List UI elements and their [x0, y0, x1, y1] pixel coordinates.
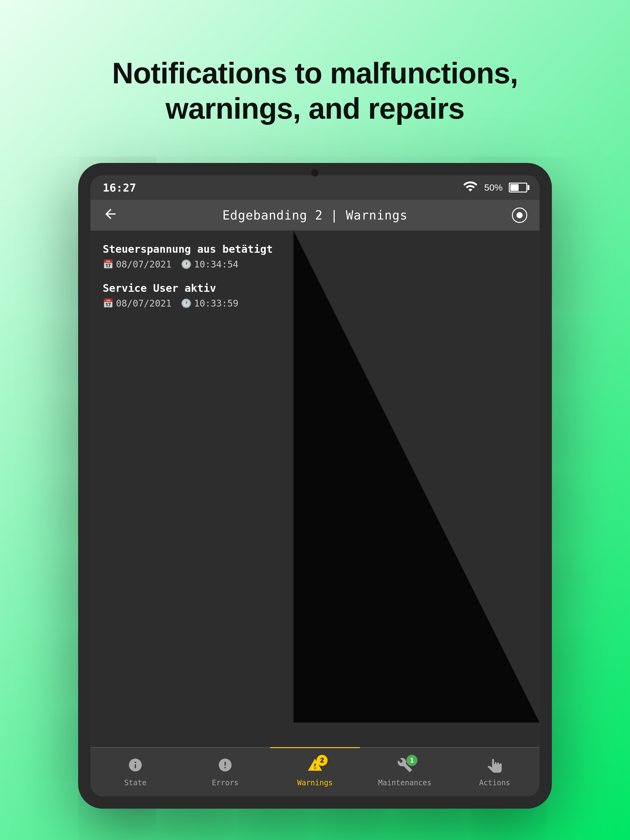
status-time: 16:27 — [103, 182, 136, 194]
calendar-icon-2: 📅 — [103, 298, 114, 308]
status-right-icons: 50% — [463, 178, 527, 196]
wifi-icon — [463, 178, 478, 196]
warning-time-1: 🕐 10:34:54 — [181, 259, 239, 270]
errors-icon — [217, 757, 233, 776]
tab-actions[interactable]: Actions — [450, 747, 540, 796]
clock-icon-1: 🕐 — [181, 259, 192, 269]
app-header: Edgebanding 2 | Warnings — [90, 200, 540, 231]
warning-date-2: 📅 08/07/2021 — [103, 298, 172, 309]
back-button[interactable] — [103, 206, 118, 224]
tab-errors[interactable]: Errors — [180, 747, 270, 796]
app-title: Edgebanding 2 | Warnings — [118, 208, 512, 222]
calendar-icon-1: 📅 — [103, 259, 114, 269]
warning-meta-2: 📅 08/07/2021 🕐 10:33:59 — [103, 298, 527, 309]
state-icon — [128, 757, 143, 776]
record-button[interactable] — [512, 208, 527, 223]
maintenances-label: Maintenances — [378, 778, 431, 787]
warning-item-2: Service User aktiv 📅 08/07/2021 🕐 10:33:… — [103, 282, 527, 309]
tab-maintenances[interactable]: 1 Maintenances — [360, 747, 450, 796]
warnings-label: Warnings — [297, 778, 333, 787]
actions-label: Actions — [479, 778, 510, 787]
tab-state[interactable]: State — [90, 747, 180, 796]
bottom-nav: State Errors 2 Warnings — [90, 747, 540, 796]
warning-date-1: 📅 08/07/2021 — [103, 259, 172, 270]
maintenances-icon: 1 — [397, 757, 413, 776]
warning-title-2: Service User aktiv — [103, 282, 527, 294]
tablet-device: 16:27 50% Edgebanding 2 | Warnings — [78, 163, 552, 808]
warning-item-1: Steuerspannung aus betätigt 📅 08/07/2021… — [103, 243, 527, 270]
content-area: Steuerspannung aus betätigt 📅 08/07/2021… — [90, 231, 540, 747]
battery-percent: 50% — [484, 182, 503, 193]
warning-meta-1: 📅 08/07/2021 🕐 10:34:54 — [103, 259, 527, 270]
warning-title-1: Steuerspannung aus betätigt — [103, 243, 527, 255]
maintenances-badge: 1 — [406, 755, 418, 766]
tab-warnings[interactable]: 2 Warnings — [270, 747, 360, 796]
warning-time-2: 🕐 10:33:59 — [181, 298, 239, 309]
warnings-badge: 2 — [317, 755, 328, 766]
status-bar: 16:27 50% — [90, 175, 540, 200]
actions-icon — [487, 757, 502, 776]
battery-icon — [509, 183, 527, 193]
warnings-icon: 2 — [307, 757, 323, 776]
tablet-camera — [311, 169, 319, 177]
errors-label: Errors — [212, 778, 239, 787]
page-heading: Notifications to malfunctions, warnings,… — [112, 55, 518, 126]
state-label: State — [124, 778, 146, 787]
clock-icon-2: 🕐 — [181, 298, 192, 308]
